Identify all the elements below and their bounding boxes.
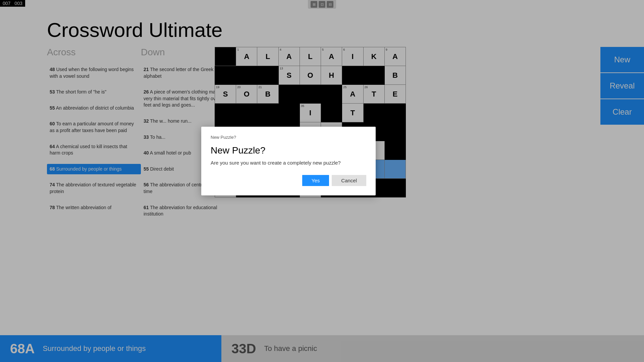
modal-heading: New Puzzle? [211,145,366,156]
modal-dialog: New Puzzle? New Puzzle? Are you sure you… [201,127,376,195]
modal-buttons: Yes Cancel [211,175,366,186]
modal-body: Are you sure you want to create a comple… [211,160,366,166]
modal-yes-button[interactable]: Yes [302,175,329,186]
modal-title-bar: New Puzzle? [211,135,366,140]
modal-overlay: New Puzzle? New Puzzle? Are you sure you… [0,0,644,362]
modal-cancel-button[interactable]: Cancel [332,175,366,186]
